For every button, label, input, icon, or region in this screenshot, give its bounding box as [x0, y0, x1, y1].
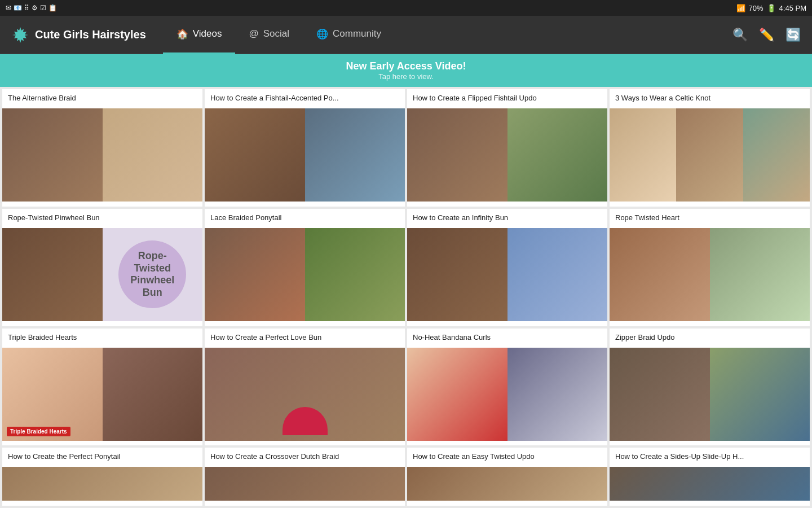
drag-icon: ⠿ [24, 4, 29, 12]
triple-braided-hearts-label: Triple Braided Hearts [7, 427, 70, 436]
video-title-11: No-Heat Bandana Curls [407, 329, 607, 348]
video-card-16[interactable]: How to Create a Sides-Up Slide-Up H... [610, 448, 810, 506]
video-thumb-6 [205, 228, 405, 321]
tab-social[interactable]: @ Social [235, 16, 303, 54]
at-icon: @ [249, 28, 258, 40]
video-title-15: How to Create an Easy Twisted Updo [407, 448, 607, 467]
settings-icon: ⚙ [32, 4, 38, 12]
home-icon: 🏠 [176, 28, 188, 40]
video-title-7: How to Create an Infinity Bun [407, 209, 607, 228]
video-card-11[interactable]: No-Heat Bandana Curls [407, 329, 607, 446]
video-card-13[interactable]: How to Create the Perfect Ponytail [2, 448, 202, 506]
nav-bar: Cute Girls Hairstyles 🏠 Videos @ Social … [0, 16, 812, 54]
banner-subtitle: Tap here to view. [378, 72, 434, 81]
rope-text-overlay: Rope-TwistedPinwheelBun [118, 240, 186, 308]
video-thumb-12 [610, 348, 810, 441]
video-card-4[interactable]: 3 Ways to Wear a Celtic Knot [610, 89, 810, 207]
video-title-16: How to Create a Sides-Up Slide-Up H... [610, 448, 810, 467]
video-thumb-4 [610, 108, 810, 202]
video-card-6[interactable]: Lace Braided Ponytail [205, 209, 405, 326]
video-title-4: 3 Ways to Wear a Celtic Knot [610, 89, 810, 108]
nav-brand: Cute Girls Hairstyles [11, 26, 146, 44]
refresh-button[interactable]: 🔄 [785, 28, 801, 42]
video-thumb-3 [407, 108, 607, 202]
video-title-2: How to Create a Fishtail-Accented Po... [205, 89, 405, 108]
video-thumb-1 [2, 108, 202, 202]
video-card-9[interactable]: Triple Braided Hearts Triple Braided Hea… [2, 329, 202, 446]
video-grid: The Alternative Braid How to Create a Fi… [0, 87, 812, 508]
video-thumb-13 [2, 467, 202, 501]
time-display: 4:45 PM [779, 4, 806, 12]
banner-title: New Early Access Video! [346, 60, 466, 72]
video-card-3[interactable]: How to Create a Flipped Fishtail Updo [407, 89, 607, 207]
search-button[interactable]: 🔍 [732, 28, 748, 42]
task-icon: ☑ [40, 4, 46, 12]
video-card-10[interactable]: How to Create a Perfect Love Bun [205, 329, 405, 446]
video-card-5[interactable]: Rope-Twisted Pinwheel Bun Rope-TwistedPi… [2, 209, 202, 326]
status-bar: ✉ 📧 ⠿ ⚙ ☑ 📋 📶 70% 🔋 4:45 PM [0, 0, 812, 16]
video-title-5: Rope-Twisted Pinwheel Bun [2, 209, 202, 228]
video-thumb-16 [610, 467, 810, 501]
clipboard-icon: 📋 [48, 4, 57, 12]
tab-videos[interactable]: 🏠 Videos [163, 16, 236, 54]
video-title-6: Lace Braided Ponytail [205, 209, 405, 228]
video-thumb-2 [205, 108, 405, 202]
brand-name: Cute Girls Hairstyles [35, 28, 146, 41]
tab-community[interactable]: 🌐 Community [303, 16, 395, 54]
nav-actions: 🔍 ✏️ 🔄 [732, 28, 801, 42]
video-title-10: How to Create a Perfect Love Bun [205, 329, 405, 348]
email-icon: 📧 [14, 4, 22, 12]
tab-videos-label: Videos [193, 28, 222, 40]
tab-social-label: Social [263, 28, 289, 40]
brand-gear-icon [11, 26, 29, 44]
video-thumb-9: Triple Braided Hearts [2, 348, 202, 441]
status-right: 📶 70% 🔋 4:45 PM [736, 4, 806, 12]
video-card-12[interactable]: Zipper Braid Updo [610, 329, 810, 446]
status-icons: ✉ 📧 ⠿ ⚙ ☑ 📋 [6, 4, 57, 12]
video-card-7[interactable]: How to Create an Infinity Bun [407, 209, 607, 326]
nav-tabs: 🏠 Videos @ Social 🌐 Community [163, 16, 732, 54]
banner[interactable]: New Early Access Video! Tap here to view… [0, 54, 812, 87]
video-title-8: Rope Twisted Heart [610, 209, 810, 228]
video-card-14[interactable]: How to Create a Crossover Dutch Braid [205, 448, 405, 506]
video-thumb-15 [407, 467, 607, 501]
video-title-1: The Alternative Braid [2, 89, 202, 108]
video-thumb-14 [205, 467, 405, 501]
video-thumb-11 [407, 348, 607, 441]
video-title-14: How to Create a Crossover Dutch Braid [205, 448, 405, 467]
msg-icon: ✉ [6, 4, 11, 12]
wifi-icon: 📶 [736, 4, 745, 12]
battery-level: 70% [749, 4, 764, 12]
video-thumb-5: Rope-TwistedPinwheelBun [2, 228, 202, 321]
video-thumb-8 [610, 228, 810, 321]
tab-community-label: Community [333, 28, 381, 40]
globe-icon: 🌐 [316, 28, 328, 40]
video-card-2[interactable]: How to Create a Fishtail-Accented Po... [205, 89, 405, 207]
video-card-15[interactable]: How to Create an Easy Twisted Updo [407, 448, 607, 506]
video-title-13: How to Create the Perfect Ponytail [2, 448, 202, 467]
video-card-1[interactable]: The Alternative Braid [2, 89, 202, 207]
video-thumb-7 [407, 228, 607, 321]
video-title-12: Zipper Braid Updo [610, 329, 810, 348]
video-title-9: Triple Braided Hearts [2, 329, 202, 348]
video-card-8[interactable]: Rope Twisted Heart [610, 209, 810, 326]
video-title-3: How to Create a Flipped Fishtail Updo [407, 89, 607, 108]
edit-button[interactable]: ✏️ [759, 28, 774, 42]
video-thumb-10 [205, 348, 405, 441]
battery-icon: 🔋 [767, 4, 776, 12]
